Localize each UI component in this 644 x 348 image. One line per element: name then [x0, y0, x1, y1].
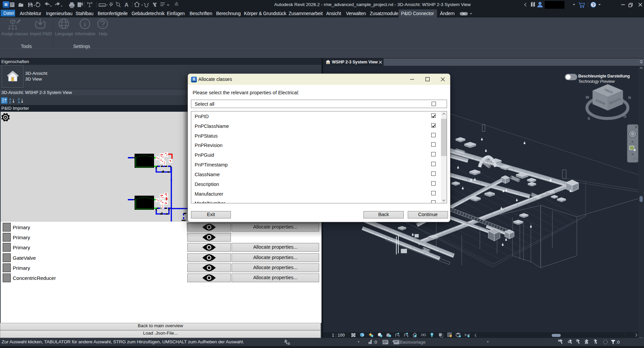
svg-text:A: A — [18, 101, 20, 104]
svg-text:R: R — [4, 2, 8, 7]
svg-text:N: N — [628, 96, 631, 100]
svg-text:?: ? — [592, 3, 595, 7]
svg-text:A: A — [125, 2, 129, 8]
svg-text:Z: Z — [9, 101, 11, 104]
svg-text:Technology Preview: Technology Preview — [578, 79, 615, 84]
svg-text::0: :0 — [374, 340, 377, 345]
svg-text::0: :0 — [616, 340, 620, 345]
svg-text:W: W — [586, 95, 589, 99]
svg-text:S: S — [588, 116, 590, 120]
svg-text:Basisvorlage: Basisvorlage — [400, 340, 426, 345]
svg-text:O: O — [624, 114, 627, 118]
svg-text:Beschleunigte Darstellung: Beschleunigte Darstellung — [578, 74, 630, 79]
svg-text:R: R — [193, 77, 196, 82]
